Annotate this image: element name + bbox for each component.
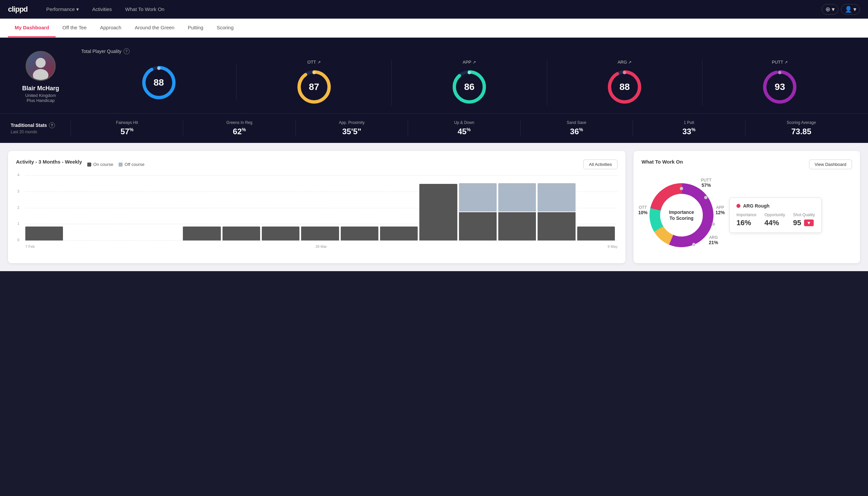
bar-on-10 [419, 184, 457, 241]
bar-group-4 [183, 227, 221, 241]
score-value-arg: 88 [619, 82, 630, 92]
bar-group-2 [104, 239, 142, 241]
app-logo[interactable]: clippd [8, 5, 28, 14]
score-app: APP ↗ 86 [392, 60, 547, 105]
x-label-start: 7 Feb [25, 245, 35, 248]
svg-point-13 [623, 71, 626, 74]
score-circles: 88 OTT ↗ 87 [81, 60, 857, 105]
bar-group-6 [262, 227, 299, 241]
bar-group-8 [341, 227, 378, 241]
tpq-section: Total Player Quality ? 88 [81, 48, 857, 105]
svg-point-1 [33, 69, 49, 81]
score-label-ott: OTT ↗ [307, 60, 321, 65]
add-button[interactable]: ⊕ ▾ [822, 4, 838, 15]
hero-section: Blair McHarg United Kingdom Plus Handica… [0, 37, 868, 113]
bar-group-5 [222, 227, 260, 241]
svg-point-16 [778, 71, 782, 74]
score-arg: ARG ↗ 88 [547, 60, 703, 105]
arg-shot-quality: Shot Quality 95 ▼ [793, 213, 815, 227]
activity-card-header: Activity - 3 Months - Weekly On course O… [16, 159, 617, 170]
bar-chart: 0 1 2 3 4 7 Feb 28 Mar 9 May [16, 175, 617, 248]
donut-label-app: APP 12% [715, 205, 725, 215]
ring-ott: 87 [296, 68, 332, 105]
stat-scoring-average: Scoring Average 73.85 [745, 120, 857, 136]
wtwo-header: What To Work On View Dashboard [642, 159, 852, 170]
bars-container [25, 176, 615, 241]
stat-sand-save: Sand Save 36% [520, 120, 632, 136]
chart-legend: On course Off course [87, 162, 145, 167]
donut-section: ImportanceTo Scoring PUTT 57% APP 12% AR… [642, 175, 852, 255]
bar-group-9 [380, 227, 418, 241]
y-label-2: 2 [17, 205, 19, 210]
bar-on-4 [183, 227, 221, 241]
score-value-ott: 87 [309, 82, 319, 92]
donut-label-putt: OTT 10% [638, 205, 647, 215]
ring-putt: 93 [761, 68, 798, 105]
legend-off-course: Off course [119, 162, 145, 167]
donut-label-arg: ARG 21% [709, 235, 718, 245]
bar-off-11 [459, 183, 496, 212]
bar-group-11 [459, 183, 496, 241]
svg-point-7 [312, 71, 316, 74]
tab-off-the-tee[interactable]: Off the Tee [56, 19, 93, 37]
x-label-mid: 28 Mar [315, 245, 327, 248]
arg-importance: Importance 16% [737, 213, 756, 227]
bar-on-14 [577, 227, 615, 241]
player-info: Blair McHarg United Kingdom Plus Handica… [11, 51, 70, 103]
bar-group-10 [419, 184, 457, 241]
tab-scoring[interactable]: Scoring [210, 19, 240, 37]
arg-tooltip-dot [737, 204, 740, 208]
user-button[interactable]: 👤 ▾ [841, 4, 860, 15]
score-value-app: 86 [464, 82, 474, 92]
stat-greens-in-reg: Greens In Reg 62% [183, 120, 295, 136]
all-activities-button[interactable]: All Activities [583, 159, 617, 169]
bar-group-7 [301, 227, 339, 241]
tab-bar: My Dashboard Off the Tee Approach Around… [0, 19, 868, 37]
bar-off-13 [538, 183, 575, 212]
legend-dot-off-course [119, 162, 123, 167]
bar-group-0 [25, 227, 63, 241]
view-dashboard-button[interactable]: View Dashboard [809, 159, 852, 169]
legend-dot-on-course [87, 162, 91, 167]
tpq-help-icon[interactable]: ? [124, 48, 129, 54]
player-country: United Kingdom [25, 93, 56, 98]
svg-point-0 [36, 58, 46, 68]
tab-putting[interactable]: Putting [181, 19, 210, 37]
x-label-end: 9 May [607, 245, 617, 248]
arg-tooltip: ARG Rough Importance 16% Opportunity 44%… [729, 198, 822, 233]
wtwo-title: What To Work On [642, 159, 683, 165]
activity-card: Activity - 3 Months - Weekly On course O… [8, 151, 626, 263]
nav-links: Performance ▾ Activities What To Work On [41, 4, 822, 15]
main-content: Activity - 3 Months - Weekly On course O… [0, 143, 868, 271]
score-overall: 88 [81, 64, 236, 101]
score-label-putt: PUTT ↗ [772, 60, 788, 65]
tab-approach[interactable]: Approach [93, 19, 128, 37]
bar-group-12 [498, 183, 536, 241]
what-to-work-on-card: What To Work On View Dashboard [633, 151, 860, 263]
svg-point-21 [680, 187, 683, 190]
bar-group-1 [65, 239, 102, 241]
y-label-4: 4 [17, 173, 19, 177]
donut-label-ott: PUTT 57% [701, 178, 711, 188]
svg-point-4 [157, 67, 160, 70]
svg-point-24 [692, 243, 695, 246]
bar-group-14 [577, 227, 615, 241]
y-label-3: 3 [17, 189, 19, 193]
bar-on-5 [222, 227, 260, 241]
y-label-0: 0 [17, 238, 19, 242]
traditional-stats-help-icon[interactable]: ? [49, 122, 55, 128]
ring-app: 86 [451, 68, 488, 105]
nav-performance[interactable]: Performance ▾ [41, 4, 84, 15]
arg-tooltip-stats: Importance 16% Opportunity 44% Shot Qual… [737, 213, 815, 227]
stat-up-and-down: Up & Down 45% [408, 120, 520, 136]
tab-my-dashboard[interactable]: My Dashboard [8, 19, 56, 37]
score-ott: OTT ↗ 87 [236, 60, 392, 105]
tab-around-the-green[interactable]: Around the Green [128, 19, 181, 37]
nav-activities[interactable]: Activities [87, 4, 117, 15]
nav-what-to-work-on[interactable]: What To Work On [120, 4, 170, 15]
svg-point-22 [704, 196, 708, 199]
svg-point-23 [712, 222, 715, 226]
traditional-stats-label: Traditional Stats ? Last 20 rounds [11, 122, 70, 134]
bar-group-3 [144, 239, 181, 241]
arg-tooltip-title: ARG Rough [737, 203, 815, 208]
